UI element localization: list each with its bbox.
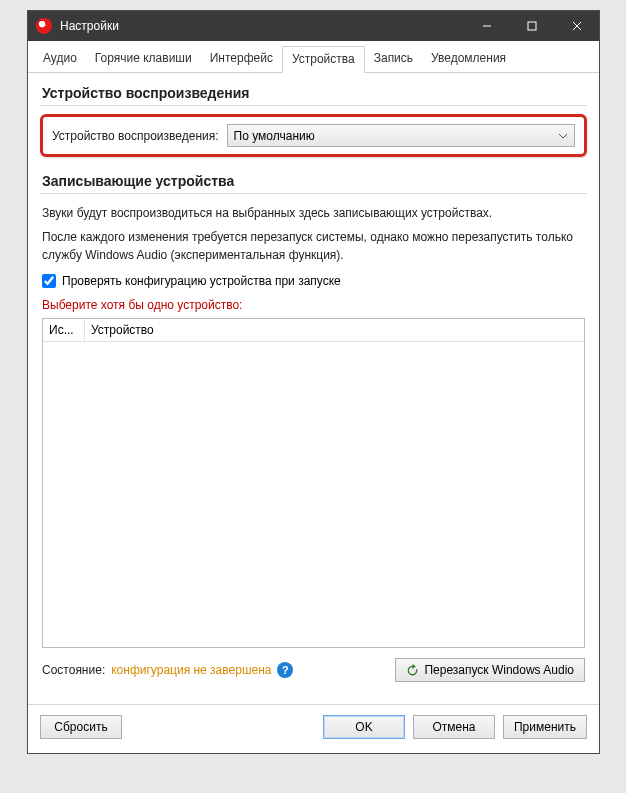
window-title: Настройки [60,19,464,33]
check-config-label: Проверять конфигурацию устройства при за… [62,274,341,288]
chevron-down-icon [558,133,568,139]
device-list-header: Ис... Устройство [43,319,584,342]
recording-desc-2: После каждого изменения требуется переза… [42,228,585,264]
tab-devices[interactable]: Устройства [282,46,365,73]
svg-rect-1 [528,22,536,30]
close-button[interactable] [554,11,599,41]
maximize-button[interactable] [509,11,554,41]
col-device[interactable]: Устройство [85,319,584,341]
minimize-button[interactable] [464,11,509,41]
restart-audio-button[interactable]: Перезапуск Windows Audio [395,658,585,682]
playback-device-select[interactable]: По умолчанию [227,124,575,147]
check-config-row[interactable]: Проверять конфигурацию устройства при за… [42,274,585,288]
divider [40,193,587,194]
help-icon[interactable]: ? [277,662,293,678]
divider [40,105,587,106]
status-value: конфигурация не завершена [111,663,271,677]
cancel-button[interactable]: Отмена [413,715,495,739]
status-label: Состояние: [42,663,105,677]
divider [28,704,599,705]
playback-group-title: Устройство воспроизведения [42,85,587,101]
status-row: Состояние: конфигурация не завершена ? П… [42,658,585,682]
refresh-icon [406,664,419,677]
device-list[interactable]: Ис... Устройство [42,318,585,648]
content-panel: Устройство воспроизведения Устройство во… [28,73,599,696]
playback-device-label: Устройство воспроизведения: [52,129,219,143]
reset-button[interactable]: Сбросить [40,715,122,739]
tab-interface[interactable]: Интерфейс [201,46,282,72]
playback-device-value: По умолчанию [234,129,315,143]
check-config-checkbox[interactable] [42,274,56,288]
playback-device-row: Устройство воспроизведения: По умолчанию [40,114,587,157]
footer: Сбросить OK Отмена Применить [28,715,599,753]
tab-recording[interactable]: Запись [365,46,422,72]
restart-audio-label: Перезапуск Windows Audio [424,663,574,677]
recording-desc-1: Звуки будут воспроизводиться на выбранны… [42,204,585,222]
tabs: Аудио Горячие клавиши Интерфейс Устройст… [28,41,599,73]
error-text: Выберите хотя бы одно устройство: [42,298,585,312]
tab-audio[interactable]: Аудио [34,46,86,72]
titlebar: Настройки [28,11,599,41]
col-use[interactable]: Ис... [43,319,85,341]
app-icon [36,18,52,34]
ok-button[interactable]: OK [323,715,405,739]
tab-notifications[interactable]: Уведомления [422,46,515,72]
recording-group-title: Записывающие устройства [42,173,587,189]
tab-hotkeys[interactable]: Горячие клавиши [86,46,201,72]
settings-window: Настройки Аудио Горячие клавиши Интерфей… [27,10,600,754]
apply-button[interactable]: Применить [503,715,587,739]
